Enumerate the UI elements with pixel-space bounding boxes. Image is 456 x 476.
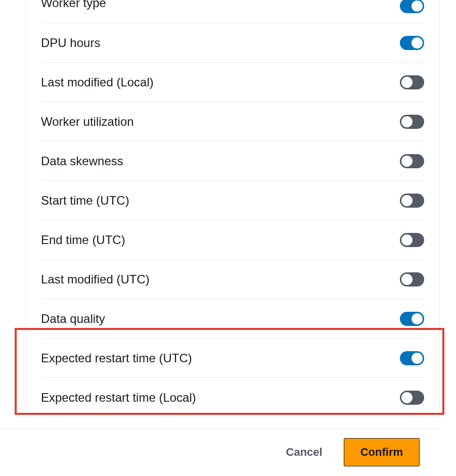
toggle-dpu-hours[interactable] — [400, 36, 424, 50]
confirm-button[interactable]: Confirm — [344, 438, 420, 466]
setting-row-data-quality: Data quality — [41, 299, 424, 339]
toggle-knob — [412, 1, 423, 12]
settings-list: Worker type DPU hours Last modified (Loc… — [26, 0, 439, 417]
toggle-knob — [401, 116, 413, 127]
toggle-start-time-utc[interactable] — [400, 194, 424, 208]
setting-row-worker-utilization: Worker utilization — [41, 102, 424, 141]
toggle-worker-utilization[interactable] — [400, 115, 424, 129]
toggle-last-modified-utc[interactable] — [400, 272, 424, 287]
toggle-expected-restart-utc[interactable] — [400, 351, 424, 365]
dialog-footer: Cancel Confirm — [0, 429, 440, 475]
toggle-knob — [401, 392, 413, 403]
setting-row-expected-restart-utc: Expected restart time (UTC) — [41, 339, 424, 378]
toggle-expected-restart-local[interactable] — [400, 391, 424, 405]
toggle-data-quality[interactable] — [400, 312, 424, 326]
toggle-knob — [401, 234, 413, 246]
toggle-knob — [401, 195, 413, 206]
setting-row-last-modified-utc: Last modified (UTC) — [41, 260, 424, 299]
setting-label: Worker utilization — [41, 115, 134, 129]
toggle-knob — [401, 156, 413, 167]
setting-label: Worker type — [41, 0, 106, 10]
toggle-knob — [401, 77, 413, 88]
settings-panel: Worker type DPU hours Last modified (Loc… — [25, 0, 440, 417]
toggle-data-skewness[interactable] — [400, 154, 424, 168]
toggle-worker-type[interactable] — [400, 0, 424, 13]
setting-label: Data skewness — [41, 154, 123, 168]
toggle-knob — [412, 353, 423, 364]
setting-row-start-time-utc: Start time (UTC) — [41, 181, 424, 220]
toggle-knob — [401, 274, 413, 285]
setting-label: Expected restart time (UTC) — [41, 351, 192, 365]
setting-label: Last modified (UTC) — [41, 272, 150, 287]
setting-row-worker-type: Worker type — [41, 0, 424, 23]
toggle-end-time-utc[interactable] — [400, 233, 424, 247]
toggle-knob — [412, 37, 423, 49]
setting-label: Expected restart time (Local) — [41, 391, 196, 405]
setting-label: DPU hours — [41, 36, 100, 50]
setting-label: End time (UTC) — [41, 233, 125, 247]
setting-row-expected-restart-local: Expected restart time (Local) — [41, 378, 424, 417]
toggle-knob — [412, 313, 423, 324]
setting-label: Start time (UTC) — [41, 194, 129, 208]
setting-row-data-skewness: Data skewness — [41, 141, 424, 181]
setting-row-dpu-hours: DPU hours — [41, 23, 424, 63]
toggle-last-modified-local[interactable] — [400, 75, 424, 89]
setting-label: Data quality — [41, 312, 105, 326]
setting-label: Last modified (Local) — [41, 75, 154, 89]
cancel-button[interactable]: Cancel — [277, 440, 332, 465]
setting-row-end-time-utc: End time (UTC) — [41, 220, 424, 260]
setting-row-last-modified-local: Last modified (Local) — [41, 63, 424, 102]
